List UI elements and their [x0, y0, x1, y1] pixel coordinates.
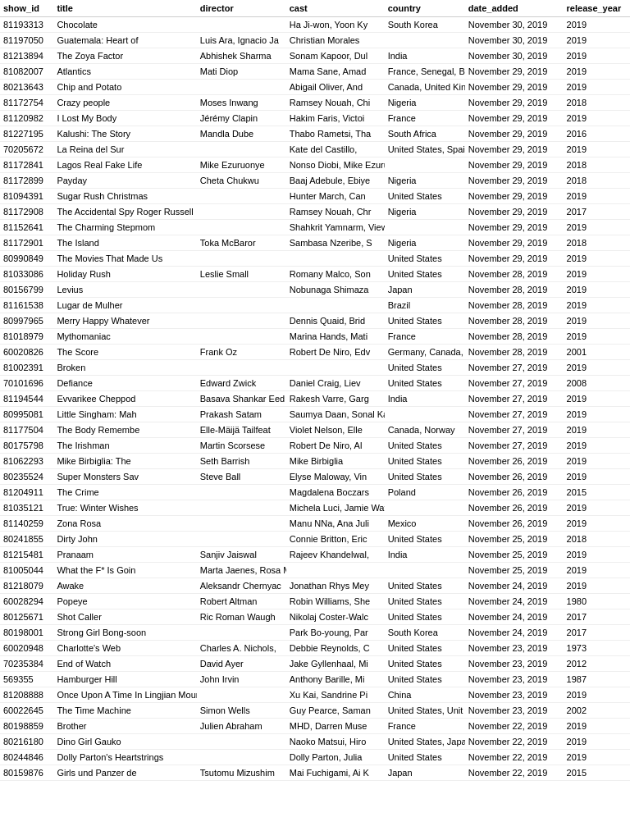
table-cell: 2019 — [564, 454, 630, 469]
table-row: 80235524Super Monsters SavSteve BallElys… — [0, 469, 630, 485]
table-cell: 2018 — [564, 173, 630, 189]
table-cell: 80198859 — [0, 719, 53, 734]
table-cell: Leslie Small — [197, 267, 286, 282]
table-cell: United States — [385, 594, 465, 609]
table-cell: Abigail Oliver, And — [286, 80, 385, 95]
table-cell: United States — [385, 438, 465, 454]
table-cell — [197, 80, 286, 95]
table-cell: 2019 — [564, 469, 630, 485]
table-cell: 2016 — [564, 126, 630, 142]
table-cell — [286, 563, 385, 578]
table-cell — [385, 220, 465, 235]
table-cell: True: Winter Wishes — [53, 500, 196, 516]
table-cell: November 26, 2019 — [465, 469, 564, 485]
table-cell: 569355 — [0, 672, 53, 687]
table-cell — [385, 407, 465, 422]
table-cell: Sonam Kapoor, Dul — [286, 48, 385, 64]
table-cell: The Charming Stepmom — [53, 220, 196, 235]
table-cell: The Accidental Spy Roger Russell — [53, 204, 196, 220]
table-cell: November 23, 2019 — [465, 656, 564, 672]
table-cell: 60020826 — [0, 345, 53, 360]
table-cell: 1973 — [564, 641, 630, 656]
table-cell: Aleksandr Chernyac — [197, 578, 286, 594]
table-cell: China — [385, 687, 465, 703]
table-cell: 81227195 — [0, 126, 53, 142]
table-cell: United States — [385, 469, 465, 485]
table-cell: Mike Ezuruonye — [197, 158, 286, 173]
table-cell: 80990849 — [0, 251, 53, 267]
table-cell: November 25, 2019 — [465, 547, 564, 563]
table-cell: 80213643 — [0, 80, 53, 95]
table-cell: 2019 — [564, 220, 630, 235]
table-cell: Julien Abraham — [197, 719, 286, 734]
table-row: 81172899PaydayCheta ChukwuBaaj Adebule, … — [0, 173, 630, 189]
table-cell: 81172841 — [0, 158, 53, 173]
table-cell — [197, 516, 286, 532]
table-row: 81208888Once Upon A Time In Lingjian Mou… — [0, 687, 630, 703]
table-cell: Super Monsters Sav — [53, 469, 196, 485]
table-row: 81161538Lugar de MulherBrazilNovember 28… — [0, 298, 630, 313]
table-cell: November 28, 2019 — [465, 313, 564, 329]
table-cell: Brazil — [385, 298, 465, 313]
table-row: 80125671Shot CallerRic Roman WaughNikola… — [0, 609, 630, 625]
table-cell: South Korea — [385, 625, 465, 641]
table-cell: November 28, 2019 — [465, 345, 564, 360]
table-cell: Jake Gyllenhaal, Mi — [286, 656, 385, 672]
col-header-title: title — [53, 0, 196, 17]
table-cell: Simon Wells — [197, 703, 286, 719]
table-cell: November 28, 2019 — [465, 267, 564, 282]
table-cell: 2002 — [564, 703, 630, 719]
table-cell: United States — [385, 189, 465, 204]
table-cell — [197, 313, 286, 329]
table-cell: Nigeria — [385, 95, 465, 111]
table-cell: Naoko Matsui, Hiro — [286, 734, 385, 750]
table-row: 81002391BrokenUnited StatesNovember 27, … — [0, 360, 630, 376]
table-row: 80175798The IrishmanMartin ScorseseRober… — [0, 438, 630, 454]
table-cell: November 29, 2019 — [465, 158, 564, 173]
table-cell: 80995081 — [0, 407, 53, 422]
table-cell: 2019 — [564, 360, 630, 376]
table-cell — [197, 329, 286, 345]
table-cell — [197, 282, 286, 298]
table-cell: Nobunaga Shimaza — [286, 282, 385, 298]
col-header-date_added: date_added — [465, 0, 564, 17]
table-cell: 2019 — [564, 142, 630, 158]
table-cell: November 28, 2019 — [465, 298, 564, 313]
table-cell: Nonso Diobi, Mike Ezuruonye, Mercy A — [286, 158, 385, 173]
table-cell: Popeye — [53, 594, 196, 609]
table-cell: November 24, 2019 — [465, 594, 564, 609]
table-cell: 70235384 — [0, 656, 53, 672]
table-cell — [197, 532, 286, 547]
col-header-release_year: release_year — [564, 0, 630, 17]
table-cell: United States — [385, 376, 465, 391]
table-cell — [197, 204, 286, 220]
table-cell: 81172901 — [0, 235, 53, 251]
table-cell: The Zoya Factor — [53, 48, 196, 64]
table-cell: 2019 — [564, 734, 630, 750]
table-row: 80244846Dolly Parton's HeartstringsDolly… — [0, 750, 630, 765]
table-cell — [197, 360, 286, 376]
table-cell: 81018979 — [0, 329, 53, 345]
table-cell: Martin Scorsese — [197, 438, 286, 454]
table-cell: 2019 — [564, 407, 630, 422]
col-header-show_id: show_id — [0, 0, 53, 17]
table-cell: Michela Luci, Jamie Watson, Eric Peters — [286, 500, 385, 516]
table-cell: Moses Inwang — [197, 95, 286, 111]
table-row: 81172754Crazy peopleMoses InwangRamsey N… — [0, 95, 630, 111]
table-cell: 1987 — [564, 672, 630, 687]
table-cell: Mike Birbiglia — [286, 454, 385, 469]
col-header-country: country — [385, 0, 465, 17]
table-cell: Poland — [385, 485, 465, 500]
table-cell — [197, 687, 286, 703]
table-cell: 2019 — [564, 251, 630, 267]
table-cell: November 28, 2019 — [465, 329, 564, 345]
table-cell: Hakim Faris, Victoi — [286, 111, 385, 126]
table-cell: Charles A. Nichols, — [197, 641, 286, 656]
table-cell: November 24, 2019 — [465, 578, 564, 594]
table-cell: November 29, 2019 — [465, 173, 564, 189]
table-cell: November 30, 2019 — [465, 33, 564, 48]
table-cell: Nikolaj Coster-Walc — [286, 609, 385, 625]
table-cell: Shahkrit Yamnarm, View Wannarot Son — [286, 220, 385, 235]
table-row: 81033086Holiday RushLeslie SmallRomany M… — [0, 267, 630, 282]
table-cell: Dino Girl Gauko — [53, 734, 196, 750]
